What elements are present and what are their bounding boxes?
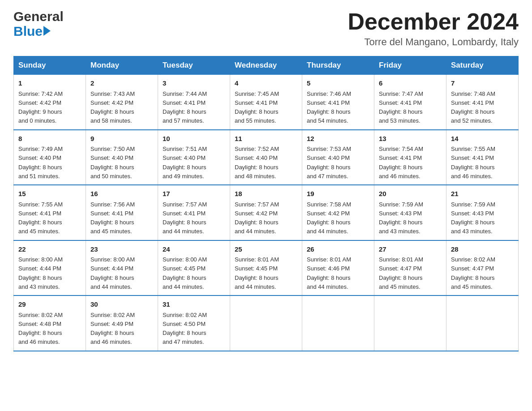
day-number: 9	[90, 134, 153, 144]
calendar-cell: 26Sunrise: 8:01 AM Sunset: 4:46 PM Dayli…	[302, 240, 374, 296]
calendar-cell: 31Sunrise: 8:02 AM Sunset: 4:50 PM Dayli…	[158, 295, 230, 351]
day-number: 30	[90, 300, 153, 310]
day-info: Sunrise: 7:54 AM Sunset: 4:41 PM Dayligh…	[379, 146, 423, 180]
day-number: 16	[90, 189, 153, 199]
calendar-cell: 14Sunrise: 7:55 AM Sunset: 4:41 PM Dayli…	[446, 130, 519, 185]
day-number: 22	[18, 244, 81, 255]
day-header-friday: Friday	[374, 56, 446, 75]
calendar-cell: 6Sunrise: 7:47 AM Sunset: 4:41 PM Daylig…	[374, 75, 446, 130]
calendar-cell: 20Sunrise: 7:59 AM Sunset: 4:43 PM Dayli…	[374, 185, 446, 240]
day-number: 6	[379, 78, 442, 89]
calendar-cell: 19Sunrise: 7:58 AM Sunset: 4:42 PM Dayli…	[302, 185, 374, 240]
day-number: 13	[379, 134, 442, 144]
day-number: 17	[163, 189, 225, 199]
calendar-cell: 21Sunrise: 7:59 AM Sunset: 4:43 PM Dayli…	[446, 185, 519, 240]
calendar-cell: 9Sunrise: 7:50 AM Sunset: 4:40 PM Daylig…	[86, 130, 158, 185]
day-number: 11	[235, 134, 297, 144]
day-header-tuesday: Tuesday	[158, 56, 230, 75]
day-info: Sunrise: 7:46 AM Sunset: 4:41 PM Dayligh…	[307, 90, 351, 124]
day-info: Sunrise: 7:57 AM Sunset: 4:42 PM Dayligh…	[235, 201, 279, 235]
day-info: Sunrise: 8:02 AM Sunset: 4:48 PM Dayligh…	[18, 312, 63, 346]
day-info: Sunrise: 8:02 AM Sunset: 4:50 PM Dayligh…	[163, 312, 207, 346]
page-header: General Blue December 2024 Torre del Man…	[13, 9, 519, 48]
day-info: Sunrise: 8:01 AM Sunset: 4:45 PM Dayligh…	[235, 256, 279, 290]
day-number: 24	[163, 244, 225, 255]
calendar-cell: 11Sunrise: 7:52 AM Sunset: 4:40 PM Dayli…	[230, 130, 302, 185]
calendar-cell	[230, 295, 302, 351]
calendar-cell	[302, 295, 374, 351]
calendar-cell: 4Sunrise: 7:45 AM Sunset: 4:41 PM Daylig…	[230, 75, 302, 130]
calendar-week-row: 1Sunrise: 7:42 AM Sunset: 4:42 PM Daylig…	[14, 75, 519, 130]
day-info: Sunrise: 8:02 AM Sunset: 4:47 PM Dayligh…	[451, 256, 495, 290]
calendar-week-row: 8Sunrise: 7:49 AM Sunset: 4:40 PM Daylig…	[14, 130, 519, 185]
day-number: 15	[18, 189, 81, 199]
day-number: 21	[451, 189, 514, 199]
day-info: Sunrise: 7:53 AM Sunset: 4:40 PM Dayligh…	[307, 146, 351, 180]
calendar-cell: 3Sunrise: 7:44 AM Sunset: 4:41 PM Daylig…	[158, 75, 230, 130]
calendar-cell: 2Sunrise: 7:43 AM Sunset: 4:42 PM Daylig…	[86, 75, 158, 130]
day-number: 3	[163, 78, 225, 89]
calendar-cell: 13Sunrise: 7:54 AM Sunset: 4:41 PM Dayli…	[374, 130, 446, 185]
day-info: Sunrise: 7:45 AM Sunset: 4:41 PM Dayligh…	[235, 90, 279, 124]
day-header-monday: Monday	[86, 56, 158, 75]
day-number: 29	[18, 300, 81, 310]
day-number: 28	[451, 244, 514, 255]
day-number: 27	[379, 244, 442, 255]
day-number: 12	[307, 134, 369, 144]
day-number: 31	[163, 300, 225, 310]
calendar-cell	[374, 295, 446, 351]
logo-general: General	[13, 9, 64, 24]
day-number: 10	[163, 134, 225, 144]
day-number: 23	[90, 244, 153, 255]
day-info: Sunrise: 7:50 AM Sunset: 4:40 PM Dayligh…	[90, 146, 135, 180]
day-number: 4	[235, 78, 297, 89]
day-info: Sunrise: 7:55 AM Sunset: 4:41 PM Dayligh…	[18, 201, 63, 235]
calendar-week-row: 15Sunrise: 7:55 AM Sunset: 4:41 PM Dayli…	[14, 185, 519, 240]
day-number: 19	[307, 189, 369, 199]
calendar-cell: 10Sunrise: 7:51 AM Sunset: 4:40 PM Dayli…	[158, 130, 230, 185]
calendar-cell: 18Sunrise: 7:57 AM Sunset: 4:42 PM Dayli…	[230, 185, 302, 240]
day-number: 20	[379, 189, 442, 199]
day-info: Sunrise: 7:48 AM Sunset: 4:41 PM Dayligh…	[451, 90, 495, 124]
day-number: 18	[235, 189, 297, 199]
page-title: December 2024	[348, 9, 519, 34]
day-number: 1	[18, 78, 81, 89]
day-info: Sunrise: 7:49 AM Sunset: 4:40 PM Dayligh…	[18, 146, 63, 180]
title-block: December 2024 Torre del Mangano, Lombard…	[348, 9, 519, 48]
calendar-cell: 1Sunrise: 7:42 AM Sunset: 4:42 PM Daylig…	[14, 75, 86, 130]
day-number: 25	[235, 244, 297, 255]
calendar-cell: 15Sunrise: 7:55 AM Sunset: 4:41 PM Dayli…	[14, 185, 86, 240]
day-info: Sunrise: 7:51 AM Sunset: 4:40 PM Dayligh…	[163, 146, 207, 180]
calendar-cell: 24Sunrise: 8:00 AM Sunset: 4:45 PM Dayli…	[158, 240, 230, 296]
day-info: Sunrise: 7:44 AM Sunset: 4:41 PM Dayligh…	[163, 90, 207, 124]
day-header-sunday: Sunday	[14, 56, 86, 75]
calendar-cell: 17Sunrise: 7:57 AM Sunset: 4:41 PM Dayli…	[158, 185, 230, 240]
calendar-cell	[446, 295, 519, 351]
day-info: Sunrise: 8:00 AM Sunset: 4:44 PM Dayligh…	[18, 256, 63, 290]
day-header-saturday: Saturday	[446, 56, 519, 75]
calendar-cell: 8Sunrise: 7:49 AM Sunset: 4:40 PM Daylig…	[14, 130, 86, 185]
calendar-cell: 12Sunrise: 7:53 AM Sunset: 4:40 PM Dayli…	[302, 130, 374, 185]
day-info: Sunrise: 7:57 AM Sunset: 4:41 PM Dayligh…	[163, 201, 207, 235]
calendar-week-row: 29Sunrise: 8:02 AM Sunset: 4:48 PM Dayli…	[14, 295, 519, 351]
calendar-week-row: 22Sunrise: 8:00 AM Sunset: 4:44 PM Dayli…	[14, 240, 519, 296]
calendar-cell: 25Sunrise: 8:01 AM Sunset: 4:45 PM Dayli…	[230, 240, 302, 296]
day-info: Sunrise: 8:00 AM Sunset: 4:45 PM Dayligh…	[163, 256, 207, 290]
day-header-thursday: Thursday	[302, 56, 374, 75]
day-number: 2	[90, 78, 153, 89]
day-info: Sunrise: 8:01 AM Sunset: 4:47 PM Dayligh…	[379, 256, 423, 290]
page-subtitle: Torre del Mangano, Lombardy, Italy	[348, 36, 519, 48]
day-info: Sunrise: 8:02 AM Sunset: 4:49 PM Dayligh…	[90, 312, 135, 346]
calendar-cell: 22Sunrise: 8:00 AM Sunset: 4:44 PM Dayli…	[14, 240, 86, 296]
day-number: 7	[451, 78, 514, 89]
day-info: Sunrise: 7:58 AM Sunset: 4:42 PM Dayligh…	[307, 201, 351, 235]
day-info: Sunrise: 7:56 AM Sunset: 4:41 PM Dayligh…	[90, 201, 135, 235]
logo-triangle-icon	[43, 26, 51, 36]
calendar-cell: 16Sunrise: 7:56 AM Sunset: 4:41 PM Dayli…	[86, 185, 158, 240]
calendar-header-row: SundayMondayTuesdayWednesdayThursdayFrid…	[14, 56, 519, 75]
calendar-table: SundayMondayTuesdayWednesdayThursdayFrid…	[13, 56, 519, 351]
day-number: 14	[451, 134, 514, 144]
day-info: Sunrise: 7:55 AM Sunset: 4:41 PM Dayligh…	[451, 146, 495, 180]
calendar-cell: 7Sunrise: 7:48 AM Sunset: 4:41 PM Daylig…	[446, 75, 519, 130]
day-info: Sunrise: 8:00 AM Sunset: 4:44 PM Dayligh…	[90, 256, 135, 290]
